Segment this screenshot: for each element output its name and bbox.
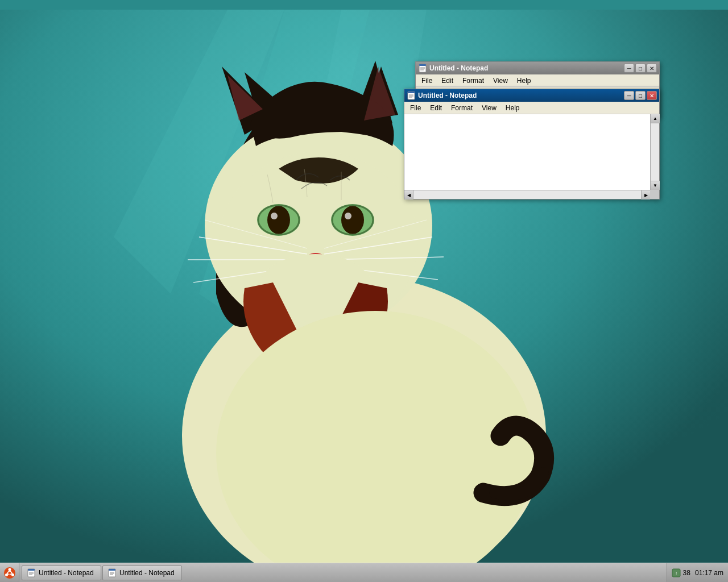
window-2-titlebar[interactable]: Untitled - Notepad ─ □ ✕ — [404, 89, 659, 102]
window-1-title: Untitled - Notepad — [429, 64, 624, 72]
window-1-titlebar[interactable]: Untitled - Notepad ─ □ ✕ — [416, 62, 659, 74]
taskbar-notepad-icon-1 — [107, 568, 117, 577]
svg-rect-34 — [419, 64, 426, 66]
window-1-controls: ─ □ ✕ — [624, 64, 657, 73]
close-btn-2[interactable]: ✕ — [647, 91, 657, 100]
scrollbar-horizontal-2[interactable]: ◀ ▶ — [404, 190, 650, 199]
menu-edit-1[interactable]: Edit — [438, 76, 457, 86]
taskbar-notepad-icon-0 — [27, 568, 36, 577]
resize-grip-2[interactable] — [650, 190, 659, 199]
window-2-title: Untitled - Notepad — [418, 92, 624, 99]
minimize-btn-1[interactable]: ─ — [624, 64, 634, 73]
taskbar: Untitled - Notepad Untitled - Notepad ! — [0, 563, 728, 582]
menu-help-2[interactable]: Help — [502, 103, 523, 113]
window-2-content: ▲ ▼ ◀ ▶ — [404, 114, 659, 199]
notepad-icon-2 — [407, 91, 416, 100]
taskbar-item-label-1: Untitled - Notepad — [119, 569, 175, 577]
close-btn-1[interactable]: ✕ — [647, 64, 657, 73]
notification-icon: ! — [672, 568, 681, 577]
menu-format-1[interactable]: Format — [459, 76, 487, 86]
notepad-icon-1 — [418, 64, 427, 73]
taskbar-tray: ! 38 01:17 am — [667, 563, 728, 583]
maximize-btn-1[interactable]: □ — [635, 64, 646, 73]
menu-view-2[interactable]: View — [478, 103, 500, 113]
window-1-menubar: File Edit Format View Help — [416, 74, 659, 87]
svg-point-15 — [271, 213, 278, 219]
scroll-down-btn-2[interactable]: ▼ — [651, 181, 660, 190]
scroll-track-h-2 — [413, 190, 641, 199]
window-2-menubar: File Edit Format View Help — [404, 102, 659, 114]
svg-text:!: ! — [675, 571, 676, 576]
notepad-textarea-2[interactable] — [404, 114, 650, 190]
taskbar-item-1[interactable]: Untitled - Notepad — [102, 566, 182, 580]
ubuntu-logo-icon — [3, 567, 16, 579]
svg-point-19 — [345, 213, 351, 219]
svg-point-44 — [8, 568, 11, 571]
scrollbar-vertical-2[interactable]: ▲ ▼ — [650, 114, 659, 190]
svg-point-13 — [267, 206, 290, 234]
svg-point-17 — [341, 206, 364, 234]
taskbar-start-button[interactable] — [0, 563, 19, 583]
scroll-up-btn-2[interactable]: ▲ — [651, 114, 660, 123]
window-2-controls: ─ □ ✕ — [624, 91, 657, 100]
menu-file-2[interactable]: File — [407, 103, 424, 113]
scroll-track-v-2 — [651, 123, 659, 181]
taskbar-item-0[interactable]: Untitled - Notepad — [22, 566, 101, 580]
svg-point-30 — [216, 311, 535, 582]
svg-rect-48 — [28, 569, 35, 571]
minimize-btn-2[interactable]: ─ — [624, 91, 634, 100]
maximize-btn-2[interactable]: □ — [635, 91, 646, 100]
taskbar-clock[interactable]: 01:17 am — [695, 569, 723, 577]
menu-help-1[interactable]: Help — [514, 76, 535, 86]
scroll-right-btn-2[interactable]: ▶ — [641, 190, 650, 199]
menu-format-2[interactable]: Format — [448, 103, 476, 113]
desktop: Untitled - Notepad ─ □ ✕ File Edit Forma… — [0, 0, 728, 582]
svg-rect-53 — [109, 569, 115, 571]
taskbar-notification-badge[interactable]: ! 38 — [672, 568, 690, 577]
menu-view-1[interactable]: View — [490, 76, 511, 86]
svg-rect-39 — [408, 92, 415, 93]
scroll-left-btn-2[interactable]: ◀ — [404, 190, 413, 199]
notepad-window-2[interactable]: Untitled - Notepad ─ □ ✕ File Edit Forma… — [404, 89, 660, 199]
notification-count: 38 — [683, 569, 690, 577]
menu-file-1[interactable]: File — [418, 76, 436, 86]
taskbar-items: Untitled - Notepad Untitled - Notepad — [19, 566, 667, 580]
taskbar-item-label-0: Untitled - Notepad — [39, 569, 94, 577]
menu-edit-2[interactable]: Edit — [427, 103, 445, 113]
